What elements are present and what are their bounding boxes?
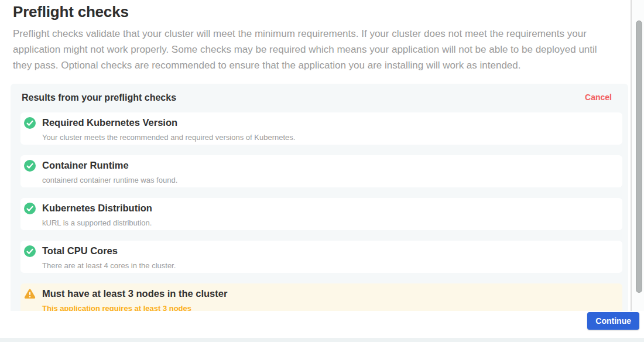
check-title: Total CPU Cores: [42, 245, 176, 257]
panel-title: Results from your preflight checks: [22, 93, 176, 103]
panel-header: Results from your preflight checks Cance…: [11, 84, 628, 112]
footer-bar: Continue: [0, 311, 644, 338]
check-row: Total CPU Cores There are at least 4 cor…: [20, 241, 622, 273]
check-circle-icon: [24, 117, 36, 129]
check-text: Must have at least 3 nodes in the cluste…: [42, 288, 227, 313]
page-description-line: application might not work properly. Som…: [13, 42, 622, 57]
cancel-link[interactable]: Cancel: [585, 93, 612, 102]
check-row: Kubernetes Distribution kURL is a suppor…: [20, 198, 622, 230]
check-circle-icon: [24, 160, 36, 172]
page-description: Preflight checks validate that your clus…: [13, 26, 622, 73]
check-message: There are at least 4 cores in the cluste…: [42, 261, 176, 270]
check-list: Required Kubernetes Version Your cluster…: [11, 112, 628, 316]
check-title: Kubernetes Distribution: [42, 202, 152, 214]
check-message: kURL is a supported distribution.: [42, 218, 152, 227]
check-row: Container Runtime containerd container r…: [20, 155, 622, 187]
main-content: Preflight checks Preflight checks valida…: [0, 0, 631, 342]
page-description-line: Preflight checks validate that your clus…: [13, 26, 622, 42]
continue-button[interactable]: Continue: [587, 312, 639, 330]
check-text: Total CPU Cores There are at least 4 cor…: [42, 245, 176, 270]
check-text: Container Runtime containerd container r…: [42, 159, 177, 184]
scrollbar-thumb[interactable]: [636, 20, 642, 293]
check-circle-icon: [24, 245, 36, 257]
check-circle-icon: [24, 203, 36, 214]
check-title: Container Runtime: [42, 159, 177, 172]
check-row: Required Kubernetes Version Your cluster…: [20, 112, 622, 145]
page-title: Preflight checks: [13, 3, 129, 21]
check-text: Required Kubernetes Version Your cluster…: [42, 117, 295, 142]
scrollbar-track[interactable]: [632, 0, 644, 338]
preflight-results-panel: Results from your preflight checks Cance…: [11, 84, 628, 342]
check-title: Must have at least 3 nodes in the cluste…: [42, 288, 227, 300]
check-message: containerd container runtime was found.: [42, 176, 177, 184]
check-message: Your cluster meets the recommended and r…: [42, 133, 295, 142]
warning-triangle-icon: [24, 288, 36, 300]
check-title: Required Kubernetes Version: [42, 117, 295, 129]
check-text: Kubernetes Distribution kURL is a suppor…: [42, 202, 152, 227]
bottom-edge-strip: [0, 338, 644, 342]
page-description-line: they pass. Optional checks are recommend…: [13, 57, 622, 73]
